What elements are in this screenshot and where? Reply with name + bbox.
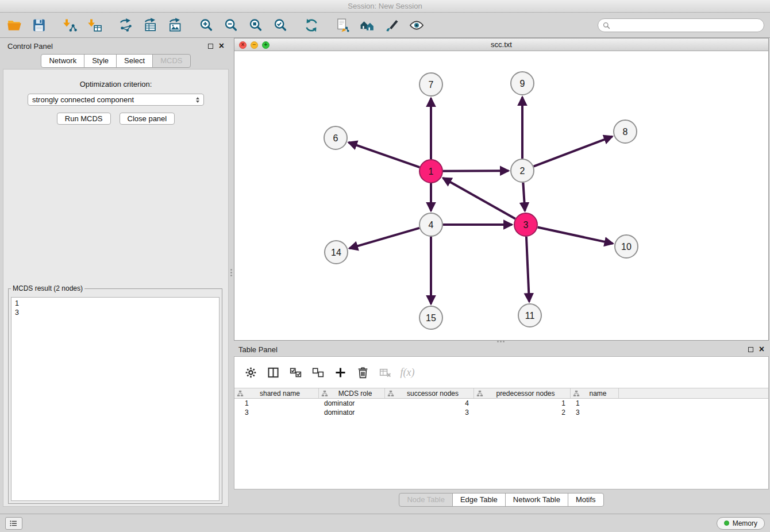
- close-panel-button[interactable]: Close panel: [120, 113, 175, 125]
- table-row[interactable]: 3dominator323: [234, 408, 768, 417]
- edge-2-3[interactable]: [523, 183, 525, 211]
- window-title: Session: New Session: [348, 2, 422, 10]
- memory-button[interactable]: Memory: [717, 517, 765, 530]
- save-session-icon[interactable]: [30, 17, 48, 34]
- add-column-icon[interactable]: [333, 365, 348, 380]
- optimization-criterion-label: Optimization criterion:: [3, 80, 228, 88]
- tab-motifs[interactable]: Motifs: [568, 493, 604, 507]
- column-header-label: name: [580, 390, 616, 398]
- search-icon: [603, 22, 610, 29]
- network-graph[interactable]: 7968124314101511: [234, 51, 768, 340]
- control-panel-tabs: NetworkStyleSelectMCDS: [3, 54, 229, 68]
- import-table-icon[interactable]: [86, 17, 103, 34]
- toolbar-group-5: [334, 17, 425, 34]
- float-window-icon[interactable]: [208, 44, 213, 49]
- svg-text:6: 6: [333, 133, 338, 143]
- table-cell: 1: [571, 399, 619, 407]
- task-history-button[interactable]: [5, 517, 22, 530]
- edge-4-14[interactable]: [349, 228, 419, 248]
- delete-table-icon: [378, 365, 392, 380]
- status-bar: Memory: [0, 514, 770, 532]
- close-panel-icon[interactable]: ×: [219, 43, 224, 49]
- optimization-dropdown[interactable]: strongly connected component: [28, 94, 204, 106]
- new-network-from-selection-icon[interactable]: [334, 17, 351, 34]
- delete-column-icon[interactable]: [355, 365, 370, 380]
- apply-style-icon[interactable]: [383, 17, 401, 34]
- table-panel-title: Table Panel: [238, 345, 278, 354]
- import-network-icon[interactable]: [61, 17, 79, 34]
- column-header-shared-name[interactable]: shared name: [234, 388, 319, 398]
- graph-node-2[interactable]: 2: [511, 159, 534, 182]
- table-cell: 3: [234, 408, 319, 417]
- graph-node-15[interactable]: 15: [419, 306, 442, 329]
- run-mcds-button[interactable]: Run MCDS: [57, 113, 111, 125]
- select-all-icon[interactable]: [288, 365, 303, 380]
- table-cell: 1: [234, 399, 319, 407]
- tab-mcds[interactable]: MCDS: [152, 54, 190, 68]
- tab-select[interactable]: Select: [116, 54, 153, 68]
- graph-node-10[interactable]: 10: [615, 235, 638, 258]
- tab-node-table[interactable]: Node Table: [399, 493, 453, 507]
- apply-layout-icon[interactable]: [303, 17, 320, 34]
- table-panel-tabs: Node TableEdge TableNetwork TableMotifs: [234, 493, 769, 507]
- export-network-icon[interactable]: [117, 17, 134, 34]
- export-image-icon[interactable]: [167, 17, 184, 34]
- close-panel-icon[interactable]: ×: [759, 346, 764, 352]
- float-window-icon[interactable]: [748, 347, 753, 352]
- zoom-selected-icon[interactable]: [272, 17, 289, 34]
- column-header-mcds-role[interactable]: MCDS role: [319, 388, 385, 398]
- mcds-result-list: 13: [11, 297, 220, 501]
- tab-network[interactable]: Network: [41, 54, 84, 68]
- tab-edge-table[interactable]: Edge Table: [452, 493, 506, 507]
- deselect-all-icon[interactable]: [310, 365, 325, 380]
- edge-3-11[interactable]: [526, 237, 529, 302]
- column-header-name[interactable]: name: [571, 388, 619, 398]
- edge-1-6[interactable]: [349, 142, 420, 167]
- window-minimize-icon[interactable]: −: [251, 41, 258, 49]
- svg-text:8: 8: [623, 127, 628, 137]
- svg-text:2: 2: [520, 166, 525, 176]
- memory-button-label: Memory: [733, 519, 757, 527]
- edge-3-1[interactable]: [443, 178, 515, 219]
- zoom-fit-icon[interactable]: [247, 17, 264, 34]
- tab-network-table[interactable]: Network Table: [505, 493, 568, 507]
- zoom-in-icon[interactable]: [198, 17, 215, 34]
- open-file-icon[interactable]: [6, 17, 23, 34]
- graph-node-14[interactable]: 14: [325, 241, 348, 264]
- graph-node-9[interactable]: 9: [511, 72, 534, 95]
- table-panel: Table Panel × f(x) shared nameMCDS roles…: [234, 342, 769, 510]
- export-table-icon[interactable]: [142, 17, 159, 34]
- search-input[interactable]: [613, 21, 759, 30]
- vertical-splitter[interactable]: [229, 38, 234, 507]
- zoom-out-icon[interactable]: [222, 17, 240, 34]
- edge-3-10[interactable]: [538, 227, 613, 243]
- edge-2-8[interactable]: [534, 137, 613, 167]
- show-graphics-details-icon[interactable]: [408, 17, 425, 34]
- graph-node-1[interactable]: 1: [419, 160, 442, 183]
- column-header-successor-nodes[interactable]: successor nodes: [385, 388, 474, 398]
- column-header-label: successor nodes: [394, 390, 471, 398]
- graph-node-11[interactable]: 11: [518, 304, 541, 327]
- control-panel-header: Control Panel ×: [3, 39, 229, 53]
- window-zoom-icon[interactable]: +: [262, 41, 270, 49]
- tab-style[interactable]: Style: [84, 54, 117, 68]
- table-toolbar: f(x): [234, 357, 768, 388]
- table-row[interactable]: 1dominator411: [234, 399, 768, 408]
- graph-node-3[interactable]: 3: [514, 213, 537, 236]
- graph-node-4[interactable]: 4: [419, 213, 442, 236]
- graph-canvas[interactable]: 7968124314101511: [234, 51, 768, 340]
- settings-gear-icon[interactable]: [243, 365, 258, 380]
- svg-text:7: 7: [429, 80, 434, 90]
- graph-node-8[interactable]: 8: [614, 120, 637, 143]
- first-neighbors-icon[interactable]: [359, 17, 376, 34]
- graph-node-7[interactable]: 7: [419, 73, 442, 96]
- column-header-predecessor-nodes[interactable]: predecessor nodes: [474, 388, 571, 398]
- main-toolbar: [0, 13, 770, 38]
- window-close-icon[interactable]: ×: [239, 41, 247, 49]
- edge-1-2[interactable]: [443, 171, 509, 171]
- show-columns-icon[interactable]: [265, 365, 280, 380]
- search-box[interactable]: [598, 18, 764, 32]
- table-cell: 4: [385, 399, 474, 407]
- graph-node-6[interactable]: 6: [324, 126, 347, 149]
- sort-icon: [387, 390, 394, 397]
